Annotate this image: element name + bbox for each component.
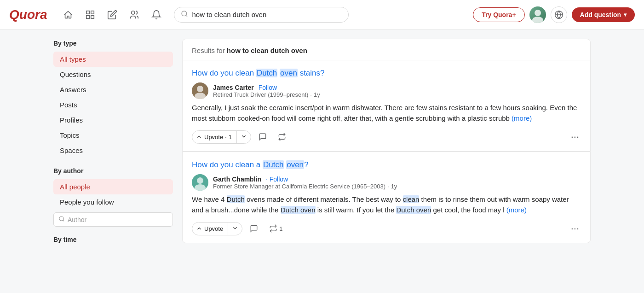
svg-point-5 [182,11,187,16]
by-time-section: By time [53,235,173,244]
svg-rect-3 [91,15,94,18]
svg-line-6 [186,15,188,17]
share-button-2[interactable]: 1 [265,221,286,236]
by-author-label: By author [53,166,173,176]
author-meta-1: Retired Truck Driver (1999–present)·1y [213,91,320,98]
svg-point-8 [532,17,543,23]
write-button[interactable] [102,5,122,25]
filter-topics[interactable]: Topics [53,128,173,143]
filter-all-people[interactable]: All people [53,179,173,194]
upvote-1[interactable]: Upvote · 1 [192,131,236,143]
svg-rect-1 [91,11,94,13]
upvote-2[interactable]: Upvote [192,223,228,234]
svg-rect-2 [86,15,89,18]
more-link-2[interactable]: (more) [506,206,527,214]
author-row-1: James Carter Follow Retired Truck Driver… [192,82,581,99]
results-panel: Results for how to clean dutch oven How … [182,39,591,252]
vote-button-1[interactable]: Upvote · 1 [192,130,251,144]
more-link-1[interactable]: (more) [512,114,532,122]
by-time-label: By time [53,235,173,244]
results-prefix: Results for [192,47,227,54]
result-title-2[interactable]: How do you clean a Dutch oven? [192,160,581,170]
author-search-icon [58,216,65,223]
avatar[interactable] [529,6,546,23]
quora-logo[interactable]: Quora [9,7,47,22]
result-card-1: How do you clean Dutch oven stains? Jame… [182,60,591,152]
header-right: Try Quora+ Add question ▾ [473,6,635,23]
svg-rect-0 [86,11,89,13]
svg-point-7 [535,10,541,16]
filter-profiles[interactable]: Profiles [53,112,173,128]
notifications-button[interactable] [146,5,167,25]
by-type-label: By type [53,39,173,48]
feed-button[interactable] [80,5,100,25]
language-button[interactable] [551,6,567,23]
svg-point-15 [197,177,203,184]
result-card-2: How do you clean a Dutch oven? Garth Cha… [182,152,591,243]
upvote-label-2: Upvote [204,225,223,232]
search-input[interactable] [192,11,342,18]
people-button[interactable] [124,5,144,25]
more-options-2[interactable]: ··· [569,223,581,234]
main-layout: By type All types Questions Answers Post… [46,29,598,262]
svg-point-4 [132,11,135,14]
home-button[interactable] [58,5,78,25]
author-name-1: James Carter [213,84,254,91]
svg-line-12 [63,220,64,222]
nav-icons [58,5,167,25]
author-search-box [53,212,173,227]
svg-point-14 [195,93,206,99]
action-row-1: Upvote · 1 ··· [192,129,581,145]
author-row-2: Garth Chamblin · Follow Former Store Man… [192,174,581,191]
search-bar [174,7,349,23]
comment-button-2[interactable] [246,221,262,236]
follow-link-2[interactable]: · Follow [266,176,288,183]
author-name-2: Garth Chamblin [213,176,261,183]
add-question-button[interactable]: Add question ▾ [572,7,635,22]
author-meta-2: Former Store Manager at California Elect… [213,183,397,190]
sidebar: By type All types Questions Answers Post… [53,39,173,252]
filter-posts[interactable]: Posts [53,97,173,112]
results-header: Results for how to clean dutch oven [182,39,591,60]
result-title-1[interactable]: How do you clean Dutch oven stains? [192,69,581,78]
header: Quora Try Quora+ Add quest [0,0,644,29]
more-options-1[interactable]: ··· [569,131,581,143]
filter-answers[interactable]: Answers [53,82,173,97]
svg-point-16 [195,184,206,191]
follow-link-1[interactable]: Follow [259,84,277,91]
author-avatar-1 [192,82,208,99]
results-query: how to clean dutch oven [227,47,307,54]
add-question-label: Add question [580,11,621,18]
downvote-2[interactable] [228,223,242,235]
vote-button-2[interactable]: Upvote [192,222,242,235]
chevron-down-icon: ▾ [624,12,627,18]
share-button-1[interactable] [274,129,290,145]
by-type-section: By type All types Questions Answers Post… [53,39,173,158]
result-text-2: We have 4 Dutch ovens made of different … [192,194,581,215]
author-avatar-2 [192,174,208,191]
filter-questions[interactable]: Questions [53,67,173,82]
author-info-1: James Carter Follow Retired Truck Driver… [213,84,320,98]
author-input[interactable] [68,216,168,223]
author-info-2: Garth Chamblin · Follow Former Store Man… [213,176,397,190]
svg-point-11 [59,217,63,221]
share-count-2: 1 [279,225,282,232]
result-text-1: Generally, I just soak the ceramic inser… [192,103,581,123]
downvote-1[interactable] [236,131,251,143]
svg-point-13 [197,86,203,92]
filter-spaces[interactable]: Spaces [53,143,173,158]
by-author-section: By author All people People you follow [53,166,173,227]
filter-people-follow[interactable]: People you follow [53,194,173,210]
search-icon [181,10,188,19]
try-quora-button[interactable]: Try Quora+ [473,7,524,22]
upvote-label-1: Upvote [204,134,223,141]
filter-all-types[interactable]: All types [53,52,173,67]
action-row-2: Upvote 1 ··· [192,221,581,236]
comment-button-1[interactable] [255,129,270,145]
